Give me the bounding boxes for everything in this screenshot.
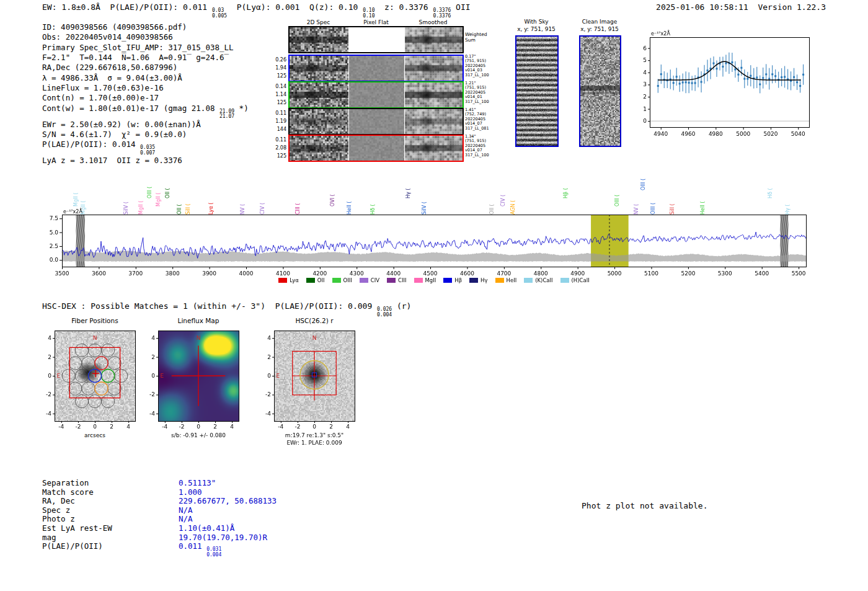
text-run: OII: [451, 2, 470, 12]
match-table-row: Spec zN/A: [42, 506, 277, 515]
lineflux-map-title: Lineflux Map: [158, 317, 239, 324]
sup-sub-stack: 0.030.005: [212, 8, 227, 19]
timestamp: 2025-01-06 10:58:11 Version 1.22.3: [656, 2, 826, 12]
legend-label: OIII: [343, 277, 352, 283]
spec2d-cell-blank: [349, 27, 404, 52]
fiber-positions-xlabel: arcsecs: [55, 432, 135, 438]
legend-item: CIII: [387, 277, 406, 283]
spec2d-cell-smooth: [405, 56, 463, 81]
col-header-smoothed: Smoothed: [404, 19, 462, 25]
legend-label: (K)CaII: [535, 277, 552, 283]
match-row-label: Spec z: [42, 506, 179, 515]
text-run: Cont(n) = 1.70(±0.00)e-17: [42, 93, 159, 102]
sup-sub-stack: 0.33760.3376: [433, 8, 451, 19]
spec2d-cell-spec: [290, 56, 348, 81]
text-run: Obs: 20220405v014_4090398566: [42, 32, 173, 42]
withsky-panel: [515, 35, 559, 147]
info-line: ID: 4090398566 (4090398566.pdf): [42, 22, 249, 32]
info-line: Primary Spec_Slot_IFU_AMP: 317_015_038_L…: [42, 43, 249, 53]
text-run: LineFlux = 1.70(±0.63)e-16: [42, 83, 164, 92]
match-table-row: P(LAE)/P(OII)0.011 0.0310.004: [42, 542, 277, 558]
match-table-row: Est LyA rest-EW1.10(±0.41)Å: [42, 524, 277, 533]
hsc-cutout-title: HSC(26.2) r: [274, 317, 355, 324]
sup-sub-stack: 0.0310.004: [206, 547, 221, 558]
match-table-row: RA, Dec229.667677, 50.688133: [42, 497, 277, 506]
emission-line-label: CIV (: [500, 195, 506, 207]
emission-line-label: Hδ (: [768, 188, 773, 198]
legend-item: OIII: [332, 277, 352, 283]
col-header-2dspec: 2D Spec: [289, 19, 348, 25]
info-line: RA,Dec (229.667618,50.687996): [42, 63, 249, 73]
legend-swatch: [414, 278, 423, 283]
legend-label: CIII: [398, 277, 406, 283]
withsky-image: [516, 37, 557, 146]
match-row-label: P(LAE)/P(OII): [42, 542, 179, 551]
emission-line-label: OII (: [165, 188, 170, 198]
legend-swatch: [360, 278, 368, 283]
match-row-value: 1.10(±0.41)Å: [179, 523, 234, 533]
text-run: P(Lyα): 0.001 Q(z): 0.10: [227, 2, 363, 12]
spec2d-row-scale-values: 0.141.14125: [264, 82, 286, 107]
emission-line-label: OIII (: [614, 195, 620, 207]
legend-item: Lyα: [278, 277, 299, 283]
match-table-row: Photo zN/A: [42, 515, 277, 524]
spec2d-row: [288, 81, 464, 109]
legend-swatch: [443, 278, 452, 283]
spectrum-plot: [37, 208, 831, 287]
spec2d-cell-spec: [290, 109, 348, 134]
emission-line-label: OIII (: [147, 187, 153, 198]
legend-item: Hγ: [469, 277, 487, 283]
fiber-positions-plot: [36, 324, 144, 431]
weighted-sum-label: WeightedSum: [465, 32, 495, 43]
match-row-value: 19.70(19.70,19.70)R: [179, 533, 267, 542]
legend-label: OII: [317, 277, 325, 283]
cleanimage-title: Clean Image: [572, 19, 627, 25]
emission-line-labels: MgII (MgII (SiIV (MgII (OIII (MgII (OII …: [62, 160, 812, 216]
inset-unit-label: e⁻¹⁷x2Å: [651, 31, 670, 37]
info-line: P(LAE)/P(OII): 0.014 0.0350.007: [42, 140, 249, 156]
legend-label: Hβ: [454, 277, 462, 283]
text-run: Primary Spec_Slot_IFU_AMP: 317_015_038_L…: [42, 43, 234, 52]
legend-item: (H)CaII: [560, 277, 590, 283]
legend-item: CIV: [360, 277, 379, 283]
spec2d-row-annotation: 1.41"(752, 749)20220405v014_07317_LL_081: [465, 108, 495, 131]
spec2d-row-scale-values: 0.112.08125: [264, 136, 286, 160]
hsc-cutout-xlabel2: EWr: 1. PLAE: 0.009: [274, 440, 355, 446]
summary-header: EW: 1.8±0.8Å P(LAE)/P(OII): 0.011 0.030.…: [42, 2, 471, 19]
match-row-value: 0.011: [179, 541, 206, 551]
legend-item: OII: [306, 277, 325, 283]
match-row-label: mag: [42, 533, 179, 543]
legend-swatch: [469, 278, 478, 283]
spec2d-cell-smooth: [405, 27, 463, 52]
spec2d-cell-flat: [349, 56, 404, 81]
hsc-cutout-xlabel: m:19.7 re:1.3" s:0.5": [274, 432, 355, 438]
sup-sub-stack: 0.100.10: [363, 8, 374, 19]
emission-line-label: MgII (: [156, 193, 161, 207]
emission-line-label: Hβ (: [563, 188, 569, 198]
hsc-dex-header: HSC-DEX : Possible Matches = 1 (within +…: [42, 301, 411, 318]
legend-swatch: [306, 278, 315, 283]
photz-note: Phot z plot not available.: [582, 501, 708, 511]
legend-label: CIV: [371, 277, 379, 283]
info-block: ID: 4090398566 (4090398566.pdf)Obs: 2022…: [42, 22, 249, 166]
spec2d-row-scale-values: 0.111.19144: [264, 109, 286, 133]
withsky-coords: x, y: 751, 915: [508, 26, 564, 32]
spec2d-cell-spec: [290, 136, 348, 161]
spec2d-cell-flat: [349, 109, 404, 134]
text-run: S/N = 4.6(±1.7) χ² = 0.9(±0.0): [42, 130, 187, 139]
info-line: S/N = 4.6(±1.7) χ² = 0.9(±0.0): [42, 130, 249, 140]
cleanimage-panel: [579, 35, 621, 147]
lineflux-map-xlabel: s/b: -0.91 +/- 0.080: [158, 432, 239, 438]
match-row-label: Photo z: [42, 515, 179, 524]
line-fit-plot: [632, 28, 818, 146]
text-run: P(LAE)/P(OII): 0.014: [42, 140, 140, 149]
spec2d-cell-spec: [290, 82, 348, 107]
withsky-title: With Sky: [508, 19, 564, 25]
legend-item: (K)CaII: [524, 277, 552, 283]
match-table-row: Separation0.51113": [42, 479, 277, 488]
match-table-row: Match score1.000: [42, 488, 277, 497]
sup-sub-stack: 21.0921.07: [219, 109, 234, 120]
info-line: LineFlux = 1.70(±0.63)e-16: [42, 83, 249, 93]
spec2d-cell-flat: [349, 82, 404, 107]
text-run: (r): [392, 301, 411, 311]
